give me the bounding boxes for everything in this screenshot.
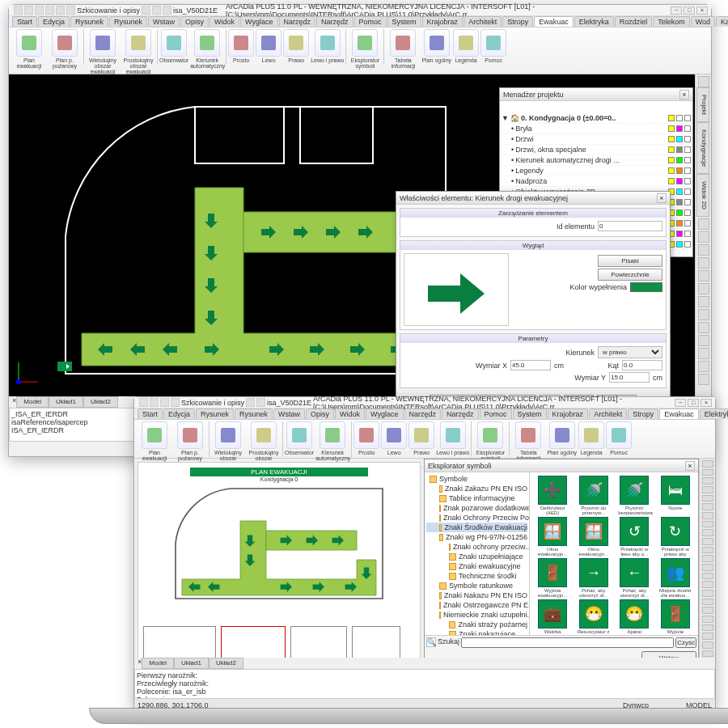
ribbon-tab[interactable]: Pomoc <box>480 408 512 419</box>
tree-node[interactable]: Znaki uzupełniające <box>426 552 527 561</box>
tool-button[interactable] <box>698 361 709 372</box>
symbol-grid[interactable]: ➕Defibrylator (AED)🚿Prysznic do przemyw.… <box>530 472 698 635</box>
ribbon-tab[interactable]: Narzędz <box>316 16 353 27</box>
ribbon-button[interactable] <box>390 29 416 57</box>
properties-dialog[interactable]: Właściwości elementu: Kierunek drogi ewa… <box>396 191 671 417</box>
close-icon[interactable]: × <box>657 193 667 203</box>
search-input[interactable] <box>461 637 674 648</box>
tool-button[interactable] <box>702 590 713 597</box>
ribbon-button[interactable] <box>286 421 312 449</box>
ribbon-tab[interactable]: Krajobraz <box>422 16 463 27</box>
color-swatch[interactable] <box>630 282 662 292</box>
symbol-item[interactable]: 😷Resuscytator z tlenem <box>574 599 614 635</box>
close-icon[interactable]: × <box>696 6 708 15</box>
tool-button[interactable] <box>698 76 709 87</box>
tree-node[interactable]: Tablice informacyjne <box>426 493 527 503</box>
ribbon-button[interactable] <box>315 29 341 57</box>
tool-button[interactable] <box>702 573 713 580</box>
tool-button[interactable] <box>702 650 713 658</box>
ribbon-button[interactable] <box>424 29 450 57</box>
ribbon-tab[interactable]: Widok <box>335 408 365 419</box>
ribbon-button[interactable] <box>125 29 151 57</box>
tree-node[interactable]: Znaki ewakuacyjne <box>426 561 527 571</box>
tool-button[interactable] <box>702 503 713 510</box>
tool-button[interactable] <box>702 538 713 545</box>
tool-button[interactable] <box>702 616 713 623</box>
tool-button[interactable] <box>698 309 709 320</box>
layer-row[interactable]: •Kierunek automatycznej drogi ... <box>500 155 692 166</box>
ribbon-button[interactable] <box>194 29 220 57</box>
ribbon-button[interactable] <box>177 421 203 449</box>
ribbon-tab[interactable]: Elektryka <box>574 16 614 27</box>
ribbon-tab[interactable]: Krajobraz <box>548 408 589 419</box>
tool-button[interactable] <box>702 512 713 519</box>
ribbon-button[interactable] <box>408 421 434 449</box>
ribbon-tab[interactable]: Rysunek <box>109 16 147 27</box>
symbol-item[interactable]: ↻Przekręcić w prawo aby <box>656 517 696 557</box>
ribbon-button[interactable] <box>320 421 345 449</box>
ribbon-button[interactable] <box>256 29 281 57</box>
tool-button[interactable] <box>698 335 709 346</box>
tree-node[interactable]: Symbole ratunkowe <box>426 581 527 590</box>
ribbon-button[interactable] <box>549 421 575 449</box>
ribbon-tab[interactable]: Widok <box>210 16 239 27</box>
layer-row[interactable]: •Bryła <box>500 124 692 134</box>
ribbon-button[interactable] <box>90 29 116 57</box>
ribbon-button[interactable] <box>440 421 466 449</box>
tool-button[interactable] <box>698 283 709 294</box>
ribbon-tab[interactable]: Wstaw <box>273 408 305 419</box>
ribbon-tab[interactable]: Start <box>138 408 163 419</box>
layer-row[interactable]: •Drzwi <box>500 134 692 145</box>
symbol-item[interactable]: 🪟Okno ewakuacyjn... <box>533 517 573 557</box>
dimy-field[interactable] <box>609 372 650 383</box>
tool-button[interactable] <box>702 641 713 649</box>
symbol-item[interactable]: 🚿Prysznic do przemyw... <box>574 476 614 515</box>
drawing-canvas-light[interactable]: PLAN EWAKUACJI Kondygnacja 0 <box>138 462 421 664</box>
tool-button[interactable] <box>698 296 709 307</box>
symbol-item[interactable]: 🛏Nosze <box>656 476 696 515</box>
ribbon-tab[interactable]: Wyglace <box>240 16 277 27</box>
tool-button[interactable] <box>702 469 713 476</box>
direction-select[interactable]: w prawo <box>598 346 662 358</box>
ribbon-tab[interactable]: Wod <box>691 16 715 27</box>
tree-node[interactable]: Znaki wg PN-97/N-01256 <box>426 532 527 542</box>
ribbon-button[interactable] <box>142 421 167 449</box>
ribbon-tab[interactable]: Ewakuac <box>659 408 699 419</box>
tool-button[interactable] <box>698 348 709 359</box>
tool-button[interactable] <box>702 547 713 554</box>
tree-node[interactable]: Znaki Ostrzegawcze PN E... <box>426 600 527 610</box>
layer-row[interactable]: •Nadproża <box>500 176 692 187</box>
tool-button[interactable] <box>702 624 713 632</box>
tree-node[interactable]: Znaki Zakazu PN EN ISO <box>426 484 527 493</box>
ribbon-button[interactable] <box>16 29 42 57</box>
tool-button[interactable] <box>702 495 713 502</box>
tool-button[interactable] <box>702 477 713 485</box>
ribbon-button[interactable] <box>477 421 503 449</box>
tool-button[interactable] <box>702 555 713 562</box>
symbol-item[interactable]: 💼Walizka medyczna <box>533 599 573 635</box>
ribbon-tab[interactable]: Narzędz <box>279 16 316 27</box>
ribbon-tab[interactable]: Architekt <box>463 16 502 27</box>
ribbon-button[interactable] <box>515 421 541 449</box>
ribbon-button[interactable] <box>606 421 632 449</box>
ribbon-tab[interactable]: Ewakuac <box>534 16 574 27</box>
ribbon-tab[interactable]: Narzędz <box>442 408 479 419</box>
ribbon-button[interactable] <box>480 29 506 57</box>
ribbon-tab[interactable]: Rysunek <box>196 408 234 419</box>
ribbon-tab[interactable]: Telekom <box>653 16 690 27</box>
ribbon-tab[interactable]: Rysunek <box>235 408 273 419</box>
ribbon-button[interactable] <box>228 29 254 57</box>
tree-node[interactable]: Znaki Środków Ewakuacji <box>426 523 527 532</box>
ribbon-tab[interactable]: Wstaw <box>148 16 180 27</box>
tool-button[interactable] <box>698 218 709 230</box>
ribbon-tab[interactable]: Opisy <box>180 16 209 27</box>
ribbon-tab[interactable]: Edycja <box>163 408 195 419</box>
symbol-item[interactable]: 😷Aparat oddechowy <box>615 599 654 635</box>
ribbon-tab[interactable]: System <box>387 16 421 27</box>
tree-node[interactable]: Znaki nakazujące <box>426 629 527 635</box>
tree-node[interactable]: Znaki straży pożarnej <box>426 620 527 629</box>
ribbon-tab[interactable]: Kanalizac <box>716 16 728 27</box>
ribbon-tab[interactable]: Architekt <box>589 408 627 419</box>
clear-button[interactable]: Czyść <box>675 637 696 648</box>
symbol-tree[interactable]: SymboleZnaki Zakazu PN EN ISOTablice inf… <box>425 472 530 635</box>
